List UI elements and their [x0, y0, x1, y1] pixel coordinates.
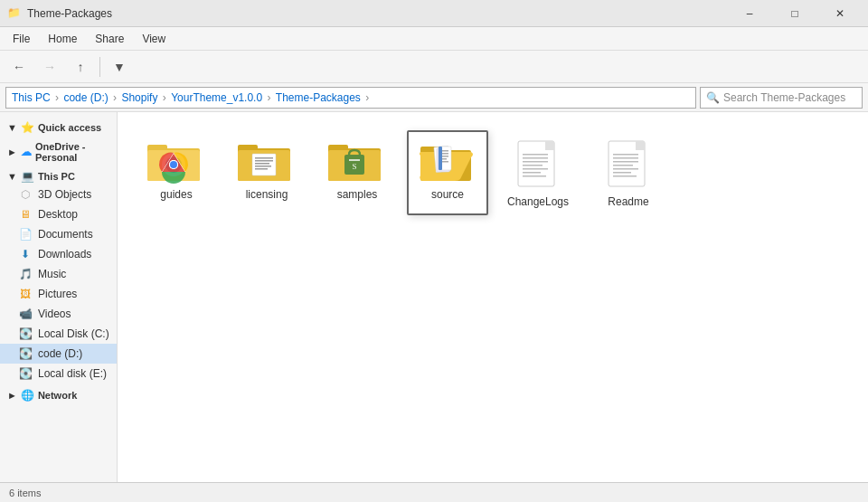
svg-rect-35	[545, 141, 554, 150]
back-button[interactable]: ←	[5, 54, 33, 80]
crumb-packages[interactable]: Theme-Packages	[276, 91, 361, 104]
close-button[interactable]: ✕	[819, 0, 861, 27]
crumb-shopify[interactable]: Shopify	[121, 91, 157, 104]
crumb-thispc[interactable]: This PC	[12, 91, 51, 104]
svg-rect-46	[613, 157, 638, 159]
svg-rect-14	[255, 160, 273, 162]
file-item-readme[interactable]: Readme	[588, 130, 669, 215]
sidebar-item-3dobjects[interactable]: ⬡ 3D Objects	[0, 185, 117, 204]
forward-button[interactable]: →	[36, 54, 63, 80]
menu-home[interactable]: Home	[39, 29, 86, 49]
cloud-icon: ☁	[21, 146, 32, 158]
svg-rect-39	[523, 165, 542, 166]
address-field[interactable]: This PC › code (D:) › Shopify › YourThem…	[5, 87, 696, 109]
music-icon: 🎵	[18, 267, 33, 281]
pc-icon: 💻	[21, 170, 34, 183]
main-area: ▼ ⭐ Quick access ► ☁ OneDrive - Personal…	[0, 112, 868, 482]
chevron-right-icon: ►	[7, 147, 17, 157]
star-icon: ⭐	[21, 121, 34, 134]
sidebar: ▼ ⭐ Quick access ► ☁ OneDrive - Personal…	[0, 112, 118, 482]
svg-rect-15	[255, 163, 269, 165]
desktop-icon: 🖥	[18, 207, 33, 222]
samples-label: samples	[337, 188, 378, 201]
toolbar-separator	[99, 57, 100, 77]
videos-icon: 📹	[18, 307, 33, 321]
guides-label: guides	[160, 188, 192, 201]
sidebar-item-music[interactable]: 🎵 Music	[0, 264, 117, 284]
svg-rect-50	[613, 172, 631, 174]
search-placeholder: Search Theme-Packages	[723, 91, 845, 104]
sidebar-this-pc[interactable]: ▼ 💻 This PC	[0, 165, 117, 185]
svg-rect-41	[523, 172, 541, 174]
readme-doc-icon	[605, 137, 652, 192]
svg-rect-13	[255, 157, 273, 159]
sidebar-onedrive[interactable]: ► ☁ OneDrive - Personal	[0, 136, 117, 165]
network-icon: 🌐	[21, 389, 34, 402]
svg-rect-42	[523, 175, 546, 177]
crumb-theme[interactable]: YourTheme_v1.0.0	[171, 91, 262, 104]
changelogs-doc-icon	[514, 137, 561, 192]
svg-rect-37	[523, 157, 548, 159]
svg-rect-38	[523, 161, 548, 163]
samples-folder-icon: S	[328, 137, 386, 185]
disk-e-icon: 💽	[18, 366, 33, 381]
search-icon: 🔍	[706, 91, 720, 104]
chevron-down-icon: ▼	[7, 122, 17, 133]
source-folder-icon	[419, 137, 476, 185]
breadcrumb: This PC › code (D:) › Shopify › YourThem…	[12, 91, 371, 104]
sidebar-item-disk-e[interactable]: 💽 Local disk (E:)	[0, 364, 117, 384]
menu-share[interactable]: Share	[86, 29, 133, 49]
downloads-icon: ⬇	[18, 247, 33, 261]
changelogs-label: ChangeLogs	[507, 195, 569, 208]
disk-d-icon: 💽	[18, 346, 33, 361]
menu-view[interactable]: View	[133, 29, 175, 49]
svg-rect-12	[252, 154, 276, 175]
sidebar-item-downloads[interactable]: ⬇ Downloads	[0, 244, 117, 264]
sidebar-item-videos[interactable]: 📹 Videos	[0, 304, 117, 324]
svg-point-8	[170, 161, 177, 168]
recent-button[interactable]: ▼	[106, 54, 133, 80]
readme-label: Readme	[608, 195, 648, 208]
svg-rect-48	[613, 165, 633, 166]
title-bar-icon: 📁	[7, 6, 22, 21]
file-item-samples[interactable]: S samples	[316, 130, 398, 215]
svg-rect-40	[523, 168, 548, 170]
content-area: guides licensing	[118, 112, 868, 482]
menu-file[interactable]: File	[4, 29, 39, 49]
menu-bar: File Home Share View	[0, 27, 868, 51]
svg-text:S: S	[352, 162, 356, 171]
licensing-folder-icon	[238, 137, 296, 185]
sidebar-item-documents[interactable]: 📄 Documents	[0, 224, 117, 244]
chevron-right-icon: ►	[7, 390, 17, 401]
crumb-code[interactable]: code (D:)	[63, 91, 108, 104]
sidebar-item-desktop[interactable]: 🖥 Desktop	[0, 204, 117, 224]
title-bar: 📁 Theme-Packages – □ ✕	[0, 0, 868, 27]
sidebar-item-disk-d[interactable]: 💽 code (D:)	[0, 344, 117, 364]
file-item-guides[interactable]: guides	[136, 130, 217, 215]
svg-rect-45	[613, 154, 638, 156]
search-field[interactable]: 🔍 Search Theme-Packages	[700, 87, 863, 109]
source-label: source	[431, 188, 464, 201]
sidebar-item-pictures[interactable]: 🖼 Pictures	[0, 284, 117, 304]
pictures-icon: 🖼	[18, 287, 33, 301]
svg-rect-17	[255, 168, 268, 170]
status-text: 6 items	[9, 488, 41, 498]
svg-rect-33	[439, 147, 442, 170]
svg-rect-36	[523, 154, 548, 156]
maximize-button[interactable]: □	[774, 0, 816, 27]
guides-folder-icon	[147, 137, 205, 185]
svg-rect-16	[255, 166, 271, 167]
up-button[interactable]: ↑	[67, 54, 94, 80]
sidebar-item-disk-c[interactable]: 💽 Local Disk (C:)	[0, 324, 117, 344]
licensing-label: licensing	[246, 188, 288, 201]
sidebar-quick-access[interactable]: ▼ ⭐ Quick access	[0, 116, 117, 136]
svg-rect-47	[613, 161, 638, 163]
file-item-changelogs[interactable]: ChangeLogs	[497, 130, 579, 215]
cube-icon: ⬡	[18, 187, 33, 202]
minimize-button[interactable]: –	[729, 0, 770, 27]
sidebar-network[interactable]: ► 🌐 Network	[0, 384, 117, 403]
file-item-licensing[interactable]: licensing	[226, 130, 307, 215]
chevron-down-icon: ▼	[7, 171, 17, 182]
title-bar-controls: – □ ✕	[729, 0, 861, 27]
file-item-source[interactable]: source	[407, 130, 488, 215]
